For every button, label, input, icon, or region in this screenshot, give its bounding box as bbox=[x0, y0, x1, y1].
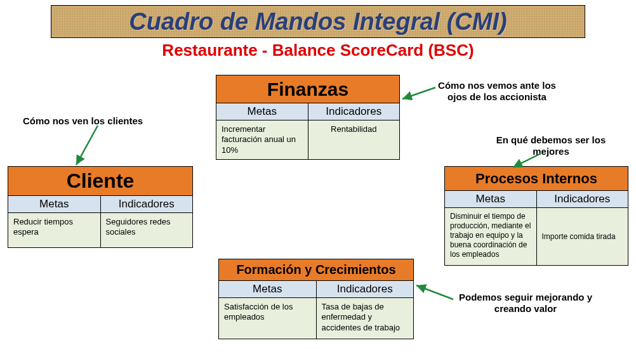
finanzas-body: Incrementar facturación anual un 10% Ren… bbox=[216, 120, 399, 159]
finanzas-meta: Incrementar facturación anual un 10% bbox=[216, 120, 308, 159]
cliente-body: Reducir tiempos espera Seguidores redes … bbox=[8, 213, 192, 247]
page-title: Cuadro de Mandos Integral (CMI) bbox=[129, 8, 507, 36]
procesos-body: Disminuir el tiempo de producción, media… bbox=[445, 208, 628, 265]
col-metas: Metas bbox=[445, 191, 537, 207]
svg-line-1 bbox=[76, 126, 98, 165]
cliente-header: Cliente bbox=[8, 167, 192, 196]
col-metas: Metas bbox=[8, 196, 101, 212]
col-metas: Metas bbox=[219, 281, 317, 297]
col-indicadores: Indicadores bbox=[317, 281, 414, 297]
finanzas-subhead: Metas Indicadores bbox=[216, 103, 399, 120]
svg-line-3 bbox=[416, 285, 453, 299]
formacion-indicador: Tasa de bajas de enfermedad y accidentes… bbox=[317, 298, 414, 339]
procesos-indicador: Importe comida tirada bbox=[537, 208, 628, 265]
arrow-finanzas bbox=[399, 82, 438, 104]
cliente-subhead: Metas Indicadores bbox=[8, 196, 192, 213]
col-metas: Metas bbox=[216, 103, 308, 120]
annotation-cliente: Cómo nos ven los clientes bbox=[23, 115, 143, 127]
col-indicadores: Indicadores bbox=[101, 196, 193, 212]
procesos-meta: Disminuir el tiempo de producción, media… bbox=[445, 208, 537, 265]
procesos-header: Procesos Internos bbox=[445, 167, 628, 191]
perspective-procesos: Procesos Internos Metas Indicadores Dism… bbox=[444, 166, 628, 266]
perspective-cliente: Cliente Metas Indicadores Reducir tiempo… bbox=[8, 166, 193, 248]
formacion-subhead: Metas Indicadores bbox=[219, 281, 413, 298]
svg-line-0 bbox=[402, 88, 435, 99]
formacion-body: Satisfacción de los empleados Tasa de ba… bbox=[219, 298, 413, 339]
annotation-formacion: Podemos seguir mejorando y creando valor bbox=[456, 292, 595, 315]
col-indicadores: Indicadores bbox=[308, 103, 400, 120]
cliente-meta: Reducir tiempos espera bbox=[8, 213, 101, 247]
annotation-finanzas: Cómo nos vemos ante los ojos de los acci… bbox=[437, 80, 557, 103]
arrow-formacion bbox=[413, 282, 457, 303]
perspective-formacion: Formación y Crecimientos Metas Indicador… bbox=[218, 259, 414, 339]
annotation-procesos: En qué debemos ser los mejores bbox=[487, 134, 614, 157]
formacion-meta: Satisfacción de los empleados bbox=[219, 298, 317, 339]
col-indicadores: Indicadores bbox=[537, 191, 628, 207]
arrow-cliente bbox=[70, 123, 102, 170]
procesos-subhead: Metas Indicadores bbox=[445, 191, 628, 208]
formacion-header: Formación y Crecimientos bbox=[219, 259, 413, 281]
cliente-indicador: Seguidores redes sociales bbox=[101, 213, 193, 247]
finanzas-header: Finanzas bbox=[216, 75, 399, 103]
perspective-finanzas: Finanzas Metas Indicadores Incrementar f… bbox=[216, 75, 400, 160]
finanzas-indicador: Rentabilidad bbox=[308, 120, 400, 159]
page-subtitle: Restaurante - Balance ScoreCard (BSC) bbox=[0, 41, 636, 60]
title-banner: Cuadro de Mandos Integral (CMI) bbox=[51, 5, 585, 38]
